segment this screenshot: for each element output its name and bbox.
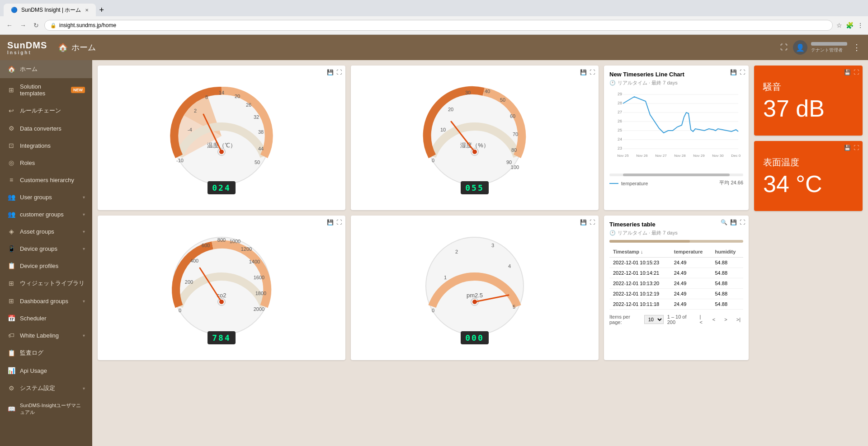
converter-icon: ⚙ (7, 125, 15, 132)
temperature-column-header: temperature (670, 246, 712, 258)
browser-actions: ☆ 🧩 ⋮ (836, 22, 863, 29)
temperature-cell: 24.49 (670, 268, 712, 278)
items-per-page-select[interactable]: 10 20 50 (644, 315, 664, 324)
svg-text:400: 400 (190, 258, 198, 263)
svg-text:28: 28 (618, 101, 622, 105)
app-header-right: ⛶ 👤 テナント管理者 ⋮ (780, 40, 861, 55)
sidebar-item-label: Asset groups (20, 228, 78, 235)
sidebar-item-integrations[interactable]: ⊡ Integrations (0, 137, 92, 154)
chart-title: New Timeseries Line Chart (609, 71, 743, 78)
svg-text:14: 14 (219, 90, 224, 95)
sidebar-item-system-settings[interactable]: ⚙ システム設定 ▾ (0, 379, 92, 397)
fullscreen-widget-button[interactable]: ⛶ (740, 219, 745, 225)
settings-icon[interactable]: ⋮ (857, 22, 863, 29)
svg-text:44: 44 (258, 146, 264, 151)
humidity-gauge-widget: 💾 ⛶ 0 10 20 30 40 (351, 66, 599, 210)
sidebar-item-roles[interactable]: ◎ Roles (0, 154, 92, 171)
home-icon: 🏠 (58, 42, 68, 52)
sidebar-item-user-groups[interactable]: 👥 User groups ▾ (0, 188, 92, 206)
sidebar-item-label: Dashboard groups (20, 298, 78, 305)
sidebar-item-user-manual[interactable]: 📖 SunDMS-Insightユーザマニュアル (0, 397, 92, 421)
first-page-button[interactable]: |< (697, 313, 706, 326)
svg-text:Nov 27: Nov 27 (655, 154, 667, 158)
prev-page-button[interactable]: < (710, 316, 718, 323)
sidebar-item-api-usage[interactable]: 📊 Api Usage (0, 362, 92, 379)
fullscreen-widget-button[interactable]: ⛶ (336, 69, 342, 75)
chart-scrollbar[interactable] (609, 174, 743, 176)
save-widget-button[interactable]: 💾 (580, 69, 587, 75)
fullscreen-widget-button[interactable]: ⛶ (590, 219, 595, 225)
svg-text:温度（℃）: 温度（℃） (207, 142, 236, 149)
surface-temp-title: 表面温度 (763, 156, 854, 169)
expand-arrow-icon: ▾ (83, 195, 85, 200)
svg-text:0: 0 (432, 158, 434, 163)
widget-actions: 💾 ⛶ (844, 145, 859, 151)
sidebar-item-rule-chains[interactable]: ↩ ルールチェーン (0, 102, 92, 120)
sidebar-item-dashboard-groups[interactable]: ⊞ Dashboard groups ▾ (0, 292, 92, 310)
fullscreen-widget-button[interactable]: ⛶ (590, 69, 595, 75)
next-page-button[interactable]: > (722, 316, 730, 323)
table-filter-bar (609, 240, 743, 243)
save-widget-button[interactable]: 💾 (580, 219, 587, 225)
humidity-cell: 54.88 (711, 268, 743, 278)
save-widget-button[interactable]: 💾 (327, 69, 334, 75)
temperature-gauge-widget: 💾 ⛶ (98, 66, 345, 210)
svg-text:Nov 30: Nov 30 (712, 154, 724, 158)
sidebar-item-asset-groups[interactable]: ◈ Asset groups ▾ (0, 223, 92, 240)
rule-icon: ↩ (7, 107, 15, 114)
save-widget-button[interactable]: 💾 (327, 219, 334, 225)
svg-text:25: 25 (618, 128, 622, 132)
app-header: SunDMS Insight 🏠 ホーム ⛶ 👤 テナント管理者 ⋮ (0, 35, 868, 60)
sidebar-item-audit-log[interactable]: 📋 監査ログ (0, 344, 92, 362)
sidebar-item-customers-hierarchy[interactable]: ≡ Customers hierarchy (0, 171, 92, 188)
active-tab[interactable]: 🔵 SunDMS Insight | ホーム ✕ (4, 4, 96, 17)
reload-button[interactable]: ↻ (32, 21, 41, 30)
svg-text:pm2.5: pm2.5 (467, 292, 483, 299)
sidebar-item-device-groups[interactable]: 📱 Device groups ▾ (0, 240, 92, 257)
line-chart-svg: 29 28 27 26 25 24 23 (609, 90, 741, 171)
main-area: 🏠 ホーム ⊞ Solution templates NEW ↩ ルールチェーン… (0, 60, 868, 446)
temperature-gauge-svg: -10 -4 2 8 14 20 26 32 38 44 50 (167, 82, 276, 190)
save-widget-button[interactable]: 💾 (844, 145, 851, 151)
svg-text:-10: -10 (176, 158, 184, 163)
forward-button[interactable]: → (18, 21, 28, 30)
sidebar-item-white-labeling[interactable]: 🏷 White Labeling ▾ (0, 327, 92, 344)
new-tab-button[interactable]: + (99, 5, 104, 15)
table-widget: 🔍 💾 ⛶ Timeseries table 🕐 リアルタイム · 最終 7 d… (604, 216, 749, 360)
svg-text:20: 20 (235, 94, 240, 99)
save-widget-button[interactable]: 💾 (844, 69, 851, 75)
save-widget-button[interactable]: 💾 (730, 69, 737, 75)
expand-arrow-icon: ▾ (83, 246, 85, 251)
bookmark-icon[interactable]: ☆ (836, 22, 842, 29)
sidebar-item-scheduler[interactable]: 📅 Scheduler (0, 310, 92, 327)
browser-tabs: 🔵 SunDMS Insight | ホーム ✕ + (0, 0, 868, 16)
svg-text:600: 600 (202, 243, 210, 248)
tab-close-button[interactable]: ✕ (85, 8, 89, 13)
expand-button[interactable]: ⛶ (780, 43, 788, 52)
sidebar-item-solution-templates[interactable]: ⊞ Solution templates NEW (0, 78, 92, 102)
back-button[interactable]: ← (5, 21, 14, 30)
sidebar-item-home[interactable]: 🏠 ホーム (0, 60, 92, 78)
svg-text:0: 0 (179, 308, 181, 313)
fullscreen-widget-button[interactable]: ⛶ (854, 69, 859, 75)
widget-library-icon: ⊞ (7, 280, 15, 287)
save-widget-button[interactable]: 💾 (730, 219, 737, 225)
search-widget-button[interactable]: 🔍 (721, 219, 727, 225)
table-scroll-area[interactable]: Timestamp ↓ temperature humidity 2022-12… (609, 246, 743, 310)
sidebar-item-device-profiles[interactable]: 📋 Device profiles (0, 257, 92, 274)
table-pagination: Items per page: 10 20 50 1 – 10 of 200 |… (609, 313, 743, 326)
last-page-button[interactable]: >| (734, 316, 743, 323)
sidebar-item-widget-library[interactable]: ⊞ ウィジェットライブラリ (0, 274, 92, 292)
fullscreen-widget-button[interactable]: ⛶ (854, 145, 859, 151)
fullscreen-widget-button[interactable]: ⛶ (336, 219, 342, 225)
svg-text:Dec 01: Dec 01 (731, 154, 741, 158)
fullscreen-widget-button[interactable]: ⛶ (740, 69, 745, 75)
sidebar-item-data-converters[interactable]: ⚙ Data converters (0, 120, 92, 137)
pm25-gauge-svg: 0 1 2 3 4 5 pm2.5 (420, 232, 529, 340)
avatar: 👤 (793, 40, 807, 55)
url-bar[interactable]: 🔒 insight.sundms.jp/home (44, 20, 833, 31)
sidebar-item-customer-groups[interactable]: 👥 customer groups ▾ (0, 206, 92, 223)
more-menu-button[interactable]: ⋮ (853, 42, 861, 52)
temperature-cell: 24.49 (670, 289, 712, 299)
extensions-icon[interactable]: 🧩 (846, 22, 854, 29)
